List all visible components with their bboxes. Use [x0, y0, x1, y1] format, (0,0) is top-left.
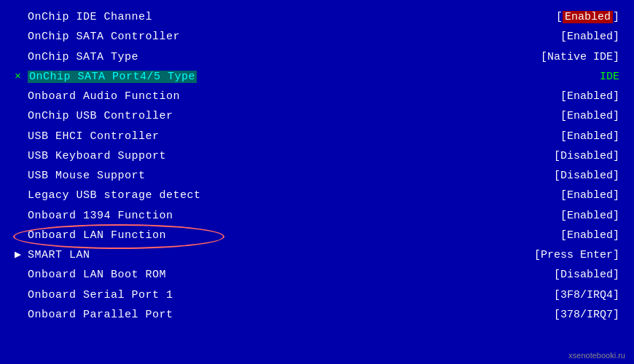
row-label: OnChip SATA Controller — [15, 28, 180, 45]
row-prefix: ▶ — [15, 247, 28, 264]
bios-row-legacy-usb: Legacy USB storage detect[Enabled] — [15, 186, 619, 205]
bios-row-onboard-lan-boot: Onboard LAN Boot ROM[Disabled] — [15, 265, 619, 285]
bios-row-smart-lan: ▶ SMART LAN[Press Enter] — [15, 245, 619, 265]
bios-row-onchip-sata-ctrl: OnChip SATA Controller[Enabled] — [15, 27, 619, 47]
row-label-text: Onboard 1394 Function — [28, 210, 173, 222]
row-label: OnChip SATA Type — [15, 49, 138, 66]
row-label: Onboard Parallel Port — [15, 306, 173, 323]
row-label: Onboard Audio Function — [15, 88, 180, 105]
row-label-text: USB EHCI Controller — [28, 130, 160, 143]
row-value: [Enabled] — [560, 88, 619, 105]
row-label: Onboard Serial Port 1 — [15, 287, 173, 304]
row-label-text: Legacy USB storage detect — [28, 189, 201, 202]
row-label-text: Onboard Parallel Port — [28, 309, 173, 321]
row-label-text: Onboard LAN Function — [28, 229, 166, 242]
row-label-text: Onboard Serial Port 1 — [28, 289, 173, 301]
row-label: OnChip IDE Channel — [15, 9, 152, 25]
bios-row-onboard-serial: Onboard Serial Port 1[3F8/IRQ4] — [15, 285, 619, 305]
row-value: [Enabled] — [560, 128, 619, 145]
row-label-text: OnChip SATA Controller — [28, 31, 180, 43]
bios-menu: OnChip IDE Channel[Enabled] OnChip SATA … — [15, 7, 619, 325]
bios-row-onchip-sata-port: × OnChip SATA Port4/5 TypeIDE — [15, 67, 619, 87]
row-value: [Enabled] — [560, 108, 619, 124]
row-label: ▶ SMART LAN — [15, 247, 90, 264]
row-value: [Disabled] — [554, 148, 619, 165]
row-value: [Enabled] — [560, 187, 619, 204]
row-prefix: × — [15, 68, 28, 85]
row-label: × OnChip SATA Port4/5 Type — [15, 68, 197, 85]
bios-row-usb-keyboard: USB Keyboard Support[Disabled] — [15, 146, 619, 166]
row-label-text: USB Mouse Support — [28, 170, 146, 182]
row-label-text: OnChip IDE Channel — [28, 11, 152, 23]
row-label: Onboard 1394 Function — [15, 207, 173, 224]
row-label-text: USB Keyboard Support — [28, 150, 166, 162]
row-label: USB EHCI Controller — [15, 128, 160, 145]
row-label: USB Mouse Support — [15, 167, 146, 184]
row-label: Onboard LAN Function — [15, 227, 166, 244]
row-value: [Enabled] — [556, 9, 619, 25]
row-label-text: Onboard LAN Boot ROM — [28, 269, 166, 281]
row-value: [378/IRQ7] — [554, 306, 619, 323]
row-value: [Enabled] — [560, 207, 619, 224]
row-value: [Native IDE] — [541, 49, 619, 66]
row-value: IDE — [600, 68, 619, 85]
bios-row-usb-mouse: USB Mouse Support[Disabled] — [15, 166, 619, 186]
row-label: OnChip USB Controller — [15, 108, 173, 124]
bios-row-onboard-audio: Onboard Audio Function[Enabled] — [15, 87, 619, 106]
bios-screen: OnChip IDE Channel[Enabled] OnChip SATA … — [0, 0, 634, 364]
bios-row-onboard-1394: Onboard 1394 Function[Enabled] — [15, 206, 619, 226]
bios-row-onchip-sata-type: OnChip SATA Type[Native IDE] — [15, 47, 619, 67]
bios-row-onchip-ide: OnChip IDE Channel[Enabled] — [15, 7, 619, 27]
row-label-text: Onboard Audio Function — [28, 90, 180, 103]
row-value: [3F8/IRQ4] — [554, 287, 619, 304]
row-label: USB Keyboard Support — [15, 148, 166, 165]
row-value: [Disabled] — [554, 266, 619, 283]
row-value: [Enabled] — [560, 227, 619, 244]
watermark: xsenotebooki.ru — [568, 351, 625, 360]
row-label-text: OnChip SATA Port4/5 Type — [28, 71, 197, 83]
row-label-text: OnChip SATA Type — [28, 51, 138, 63]
bios-row-usb-ehci: USB EHCI Controller[Enabled] — [15, 127, 619, 146]
bios-row-onboard-lan-func: Onboard LAN Function[Enabled] — [15, 226, 619, 245]
row-value: [Disabled] — [554, 167, 619, 184]
bios-row-onboard-parallel: Onboard Parallel Port[378/IRQ7] — [15, 305, 619, 325]
row-label-text: SMART LAN — [28, 249, 90, 261]
bios-row-onchip-usb-ctrl: OnChip USB Controller[Enabled] — [15, 106, 619, 126]
row-label: Legacy USB storage detect — [15, 187, 201, 204]
row-label-text: OnChip USB Controller — [28, 110, 173, 122]
row-value: [Press Enter] — [534, 247, 619, 264]
row-value: [Enabled] — [560, 28, 619, 45]
row-label: Onboard LAN Boot ROM — [15, 266, 166, 283]
